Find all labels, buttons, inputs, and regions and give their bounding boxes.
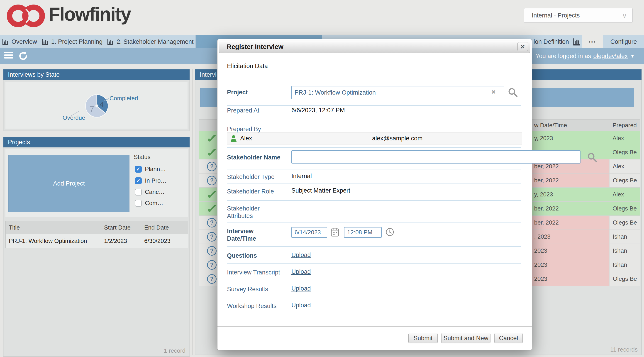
login-status: You are logged in as olegdev\alex ▼ (536, 48, 635, 64)
field-divider (227, 105, 521, 106)
status-option-cancelled[interactable]: Canc… (135, 188, 165, 196)
tab-project-planning[interactable]: 1. Project Planning (39, 35, 105, 48)
col-interview-datetime[interactable]: w Date/Time (532, 120, 609, 131)
cell-date: 2023 (532, 244, 609, 258)
unknown-state-icon: ? (207, 260, 216, 270)
field-divider (227, 147, 521, 148)
status-filter-label: Status (134, 154, 150, 160)
chevron-down-icon: ∨ (622, 12, 627, 20)
add-project-button[interactable]: Add Project (8, 155, 130, 212)
cell-prepared: Olegs Be (609, 146, 640, 159)
search-icon[interactable] (587, 152, 598, 162)
cell-date: y, 2023 (532, 131, 609, 145)
checkbox-label: Plann… (145, 166, 166, 172)
status-option-planned[interactable]: ✓ Plann… (135, 166, 166, 172)
cell-prepared: Olegs Be (609, 272, 640, 286)
close-icon[interactable]: ✕ (518, 42, 528, 51)
pie-label-overdue: Overdue (62, 114, 85, 121)
prepared-by-email: alex@sample.com (372, 135, 423, 142)
tab-stakeholder-management[interactable]: 2. Stakeholder Management (105, 35, 196, 48)
projects-table-header: Title Start Date End Date (6, 221, 188, 234)
cell-date: ber, 2022 (532, 174, 609, 187)
interview-date-input[interactable] (292, 227, 327, 238)
pie-label-completed: Completed (110, 95, 138, 102)
checkbox-unchecked-icon[interactable] (135, 200, 142, 206)
field-divider (227, 280, 521, 280)
col-start-date[interactable]: Start Date (101, 221, 141, 234)
pie-chart-area: Completed Overdue 4 7 (6, 82, 188, 128)
unknown-state-icon: ? (207, 176, 216, 185)
checkbox-label: In Pro… (145, 177, 166, 184)
record-count: 11 records (610, 346, 638, 353)
dialog-header[interactable]: Register Interview ✕ (219, 40, 530, 53)
app-screen: Flowfinity Internal - Projects ∨ Overvie… (0, 0, 644, 357)
col-prepared-by[interactable]: Prepared (609, 120, 640, 131)
record-count: 1 record (164, 347, 186, 354)
menu-icon[interactable] (4, 52, 13, 60)
logo-text: Flowfinity (48, 3, 130, 25)
prepared-by-user-row[interactable]: Alex alex@sample.com (227, 132, 522, 144)
checkbox-unchecked-icon[interactable] (135, 189, 142, 196)
cell-date: ber, 2022 (532, 216, 609, 230)
field-divider (227, 263, 521, 264)
cell-date: 2023 (532, 258, 609, 272)
cell-prepared: Ishan (609, 258, 640, 272)
field-divider (227, 200, 521, 201)
interview-datetime-label: Interview Date/Time (227, 228, 272, 242)
section-divider (218, 77, 532, 77)
completed-icon: ✓ (206, 189, 218, 200)
cell-end-date: 6/30/2023 (141, 234, 188, 248)
interview-time-input[interactable] (344, 227, 382, 238)
search-icon[interactable] (507, 87, 518, 98)
panel-projects: Projects Add Project Status ✓ Plann… ✓ I… (3, 137, 190, 356)
cell-prepared: Alex (609, 188, 640, 202)
submit-button[interactable]: Submit (408, 333, 438, 344)
clock-icon[interactable] (385, 228, 394, 236)
interview-transcript-upload-link[interactable]: Upload (292, 268, 311, 275)
pie-value-overdue: 7 (90, 104, 94, 113)
app-selector-dropdown[interactable]: Internal - Projects ∨ (524, 8, 633, 23)
submit-and-new-button[interactable]: Submit and New (441, 333, 490, 344)
status-option-inprogress[interactable]: ✓ In Pro… (135, 177, 166, 184)
clear-icon[interactable]: × (492, 88, 496, 96)
ellipsis-icon: ⋯ (588, 38, 596, 46)
questions-upload-link[interactable]: Upload (292, 252, 311, 258)
calendar-icon[interactable] (331, 228, 339, 237)
panel-interviews-by-state: Interviews by State Completed Overdue 4 … (3, 69, 190, 131)
logged-in-user-link[interactable]: olegdev\alex (594, 52, 628, 60)
checkbox-checked-icon[interactable]: ✓ (135, 177, 142, 184)
unknown-state-icon: ? (207, 218, 216, 228)
panel-body: Add Project Status ✓ Plann… ✓ In Pro… Ca… (4, 148, 189, 356)
prepared-at-label: Prepared At (227, 107, 284, 114)
caret-down-icon[interactable]: ▼ (630, 53, 635, 59)
table-row[interactable]: PRJ-1: Workflow Optimization 1/2/2023 6/… (6, 234, 188, 248)
interviews-state-pie-chart[interactable]: Completed Overdue 4 7 (6, 82, 188, 129)
panel-splitter[interactable] (192, 69, 192, 355)
survey-results-upload-link[interactable]: Upload (292, 285, 311, 292)
flowfinity-logo-icon (5, 2, 46, 30)
col-end-date[interactable]: End Date (141, 221, 188, 234)
cancel-button[interactable]: Cancel (494, 333, 523, 344)
tab-chart-only[interactable] (571, 35, 582, 48)
tab-overview[interactable]: Overview (0, 35, 39, 48)
prepared-by-name: Alex (240, 135, 252, 142)
status-option-completed[interactable]: Com… (135, 200, 163, 206)
tab-configure[interactable]: Configure (603, 35, 644, 48)
unknown-state-icon: ? (207, 162, 216, 171)
register-interview-dialog: Register Interview ✕ Elicitation Data Pr… (217, 39, 532, 350)
tab-label: Overview (12, 38, 37, 45)
project-input[interactable] (292, 86, 504, 99)
refresh-icon[interactable] (18, 51, 28, 61)
pie-value-completed: 4 (100, 100, 104, 108)
projects-table: Title Start Date End Date PRJ-1: Workflo… (6, 221, 188, 248)
completed-icon: ✓ (206, 132, 218, 144)
col-title[interactable]: Title (6, 221, 101, 234)
stakeholder-name-input[interactable] (292, 150, 580, 164)
stakeholder-type-value: Internal (292, 172, 312, 180)
tab-overflow-ellipsis[interactable]: ⋯ (582, 35, 603, 48)
prepared-by-label: Prepared By (227, 126, 284, 133)
cell-prepared: Ishan (609, 230, 640, 244)
field-divider (227, 183, 521, 184)
checkbox-checked-icon[interactable]: ✓ (135, 166, 142, 172)
workshop-results-upload-link[interactable]: Upload (292, 302, 311, 309)
